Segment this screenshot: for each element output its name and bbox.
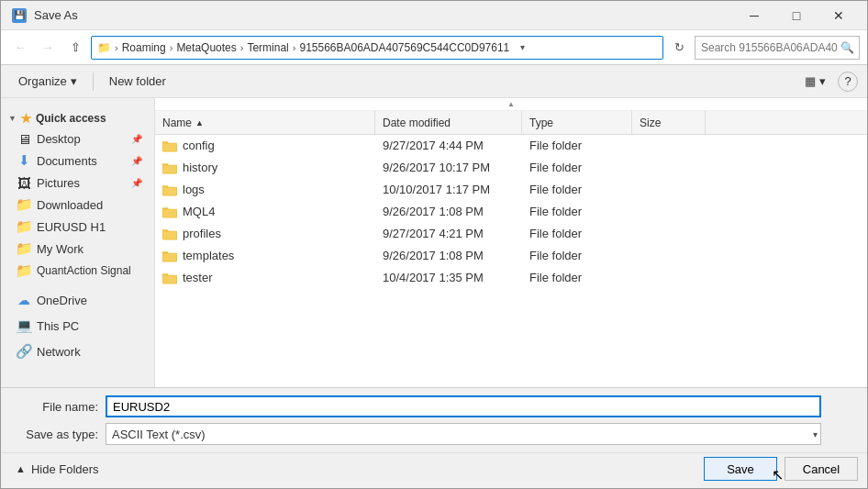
filename-label: File name: [16,400,98,414]
col-header-type[interactable]: Type [522,111,632,134]
savetype-select[interactable]: ASCII Text (*.csv)CSV (*.csv)Text (*.txt… [106,423,821,445]
path-terminal: Terminal [247,41,288,54]
sidebar-item-onedrive-label: OneDrive [37,294,87,307]
sidebar-item-quantaction-label: QuantAction Signal [37,264,131,277]
table-row[interactable]: profiles 9/27/2017 4:21 PM File folder [155,223,867,245]
back-button[interactable]: ← [8,36,32,60]
help-icon: ? [844,74,851,88]
quick-access-header[interactable]: ▼ ★ Quick access [1,106,154,128]
title-bar: 💾 Save As ─ □ ✕ [1,1,867,30]
path-metaquotes: MetaQuotes [176,41,236,54]
svg-rect-2 [163,143,176,150]
onedrive-icon: ☁ [17,293,31,307]
sidebar-item-eurusd[interactable]: 📁 EURUSD H1 [1,216,154,238]
sidebar-item-pictures[interactable]: 🖼 Pictures 📌 [1,172,154,194]
svg-rect-20 [163,275,176,283]
window-icon: 💾 [12,8,27,23]
search-wrapper: 🔍 [695,36,860,60]
bottom-bar: File name: Save as type: ASCII Text (*.c… [1,387,867,452]
folder-icon [162,228,177,240]
col-header-name[interactable]: Name ▲ [155,111,375,134]
address-path[interactable]: 📁 › Roaming › MetaQuotes › Terminal › 91… [91,36,663,60]
sidebar-item-quantaction[interactable]: 📁 QuantAction Signal [1,260,154,282]
folder-icon [162,206,177,218]
table-row[interactable]: history 9/26/2017 10:17 PM File folder [155,157,867,179]
file-date-cell: 9/27/2017 4:44 PM [375,135,522,156]
title-controls: ─ □ ✕ [733,1,860,30]
svg-rect-17 [163,253,176,261]
table-row[interactable]: MQL4 9/26/2017 1:08 PM File folder [155,201,867,223]
view-button[interactable]: ▦ ▾ [796,70,834,93]
window-title: Save As [34,8,78,22]
file-type-cell: File folder [522,135,632,156]
quick-access-star-icon: ★ [20,111,32,126]
downloaded-icon: 📁 [17,197,31,212]
file-size-cell [632,179,706,200]
desktop-icon: 🖥 [17,131,31,146]
sidebar-item-thispc[interactable]: 💻 This PC [1,315,154,337]
table-row[interactable]: templates 9/26/2017 1:08 PM File folder [155,245,867,267]
file-name-cell: profiles [155,223,375,244]
new-folder-button[interactable]: New folder [101,70,174,93]
folder-icon [162,272,177,284]
quick-access-label: Quick access [36,112,106,125]
cancel-button[interactable]: Cancel [785,457,858,481]
view-icon: ▦ [805,74,816,88]
path-hash: 915566BA06ADA407569C544CC0D97611 [299,41,509,54]
sidebar-item-pictures-label: Pictures [37,176,80,190]
hide-folders-button[interactable]: ▲ Hide Folders [10,461,105,478]
save-button[interactable]: Save ↖ [704,457,777,481]
file-list-header: Name ▲ Date modified Type Size [155,111,867,135]
view-dropdown-icon: ▾ [819,74,826,88]
up-button[interactable]: ⇧ [63,36,87,60]
svg-rect-11 [163,209,176,217]
sidebar-item-mywork[interactable]: 📁 My Work [1,238,154,260]
pin-icon-documents: 📌 [131,156,142,166]
path-dropdown-button[interactable]: ▾ [513,37,531,59]
sidebar-item-documents[interactable]: ⬇ Documents 📌 [1,150,154,172]
sidebar-item-downloaded[interactable]: 📁 Downloaded [1,194,154,216]
folder-icon [162,161,177,174]
pictures-icon: 🖼 [17,175,31,190]
file-size-cell [632,201,706,222]
col-header-date[interactable]: Date modified [375,111,522,134]
minimize-button[interactable]: ─ [733,1,775,30]
pin-icon-desktop: 📌 [131,134,142,144]
filename-row: File name: [16,395,852,417]
action-row: ▲ Hide Folders Save ↖ Cancel [1,452,867,488]
file-size-cell [632,245,706,266]
search-input[interactable] [695,36,860,60]
close-button[interactable]: ✕ [818,1,860,30]
file-type-cell: File folder [522,201,632,222]
table-row[interactable]: config 9/27/2017 4:44 PM File folder [155,135,867,157]
help-button[interactable]: ? [838,72,858,92]
documents-icon: ⬇ [17,153,31,168]
scroll-indicator: ▲ [155,98,867,111]
table-row[interactable]: logs 10/10/2017 1:17 PM File folder [155,179,867,201]
sidebar-item-desktop[interactable]: 🖥 Desktop 📌 [1,128,154,150]
maximize-button[interactable]: □ [775,1,818,30]
save-as-dialog: 💾 Save As ─ □ ✕ ← → ⇧ 📁 › Roaming › Meta… [0,0,868,489]
sidebar-item-onedrive[interactable]: ☁ OneDrive [1,289,154,311]
savetype-row: Save as type: ASCII Text (*.csv)CSV (*.c… [16,423,852,445]
file-area: ▲ Name ▲ Date modified Type Size [155,98,867,387]
col-header-size[interactable]: Size [632,111,706,134]
cancel-label: Cancel [803,462,840,476]
sidebar-item-network[interactable]: 🔗 Network [1,340,154,362]
file-type-cell: File folder [522,179,632,200]
sidebar-item-thispc-label: This PC [37,319,79,333]
organize-button[interactable]: Organize ▾ [10,70,85,93]
scroll-up-arrow-icon: ▲ [507,100,515,108]
sidebar-item-mywork-label: My Work [37,242,83,256]
forward-button[interactable]: → [36,36,60,60]
file-size-cell [632,157,706,178]
filename-input[interactable] [106,395,821,417]
folder-icon [162,139,177,152]
table-row[interactable]: tester 10/4/2017 1:35 PM File folder [155,267,867,289]
refresh-button[interactable]: ↻ [667,36,691,60]
folder-icon [162,183,177,196]
hide-folders-collapse-icon: ▲ [16,463,26,474]
toolbar: Organize ▾ New folder ▦ ▾ ? [1,65,867,98]
main-content: ▼ ★ Quick access 🖥 Desktop 📌 ⬇ Documents… [1,98,867,387]
dialog-buttons: Save ↖ Cancel [704,457,858,481]
